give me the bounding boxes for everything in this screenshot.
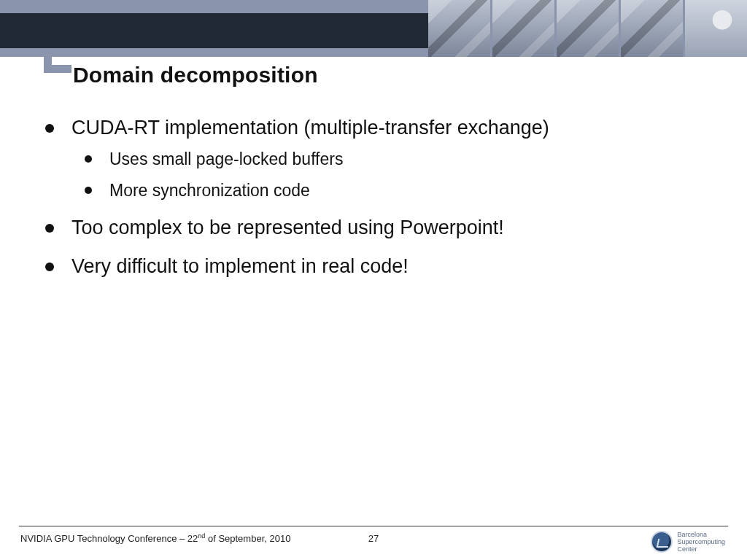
logo-line: Supercomputing — [677, 538, 725, 545]
header-photo-strip — [426, 0, 747, 57]
header-photo — [685, 0, 747, 57]
bullet-text: More synchronization code — [109, 181, 310, 200]
footer-rule — [19, 526, 728, 526]
bullet-text: Very difficult to implement in real code… — [71, 255, 409, 277]
title-marker-icon — [44, 57, 71, 73]
bullet-level1: Too complex to be represented using Powe… — [45, 217, 711, 239]
header-photo — [428, 0, 490, 57]
bullet-level2: Uses small page-locked buffers — [85, 149, 711, 169]
logo-line: Barcelona — [677, 531, 725, 538]
bullet-level2: More synchronization code — [85, 181, 711, 201]
footer-page-number: 27 — [0, 533, 747, 544]
bsc-logo-icon — [651, 531, 673, 553]
header-photo — [557, 0, 619, 57]
bullet-text: Uses small page-locked buffers — [109, 149, 343, 168]
bullet-level1: CUDA-RT implementation (multiple-transfe… — [45, 117, 711, 201]
header-dark-stripe — [0, 13, 432, 48]
header-photo — [621, 0, 683, 57]
slide-title: Domain decomposition — [73, 63, 318, 88]
slide-body: CUDA-RT implementation (multiple-transfe… — [45, 117, 711, 294]
footer-logo: Barcelona Supercomputing Center — [651, 531, 725, 553]
bullet-text: Too complex to be represented using Powe… — [71, 217, 504, 238]
header-photo — [492, 0, 554, 57]
slide: Domain decomposition CUDA-RT implementat… — [0, 0, 747, 560]
footer-logo-text: Barcelona Supercomputing Center — [677, 531, 725, 553]
logo-line: Center — [677, 545, 725, 553]
bullet-level1: Very difficult to implement in real code… — [45, 255, 711, 278]
bullet-text: CUDA-RT implementation (multiple-transfe… — [71, 117, 549, 139]
